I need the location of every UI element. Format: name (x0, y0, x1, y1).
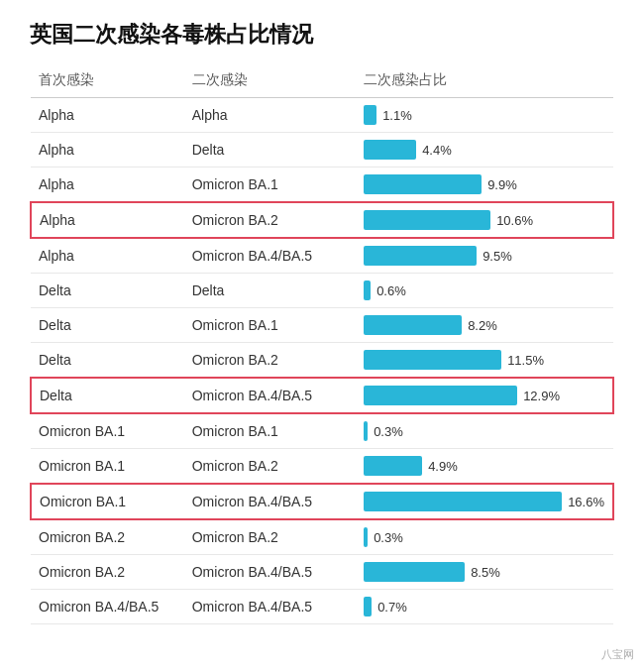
ratio-label: 9.5% (483, 249, 512, 264)
ratio-bar (364, 210, 490, 230)
infection-ratio: 9.9% (356, 168, 613, 203)
second-infection: Omicron BA.1 (184, 413, 356, 449)
ratio-label: 1.1% (382, 108, 412, 123)
infection-ratio: 4.9% (356, 449, 613, 485)
ratio-bar (364, 350, 501, 370)
page-title: 英国二次感染各毒株占比情况 (30, 20, 614, 50)
infection-ratio: 0.6% (356, 274, 613, 308)
second-infection: Omicron BA.4/BA.5 (184, 484, 356, 519)
table-row: AlphaAlpha1.1% (31, 98, 613, 133)
ratio-bar (364, 527, 368, 547)
infection-ratio: 0.3% (356, 519, 613, 555)
table-row: DeltaOmicron BA.211.5% (31, 343, 613, 379)
table-header: 首次感染 二次感染 二次感染占比 (31, 65, 613, 98)
ratio-label: 4.4% (422, 143, 452, 158)
first-infection: Alpha (31, 98, 184, 133)
first-infection: Alpha (31, 202, 184, 238)
infection-ratio: 0.3% (356, 413, 613, 449)
table-row: Omicron BA.1Omicron BA.10.3% (31, 413, 613, 449)
infection-ratio: 10.6% (356, 202, 613, 238)
table-row: AlphaDelta4.4% (31, 133, 613, 168)
data-table: 首次感染 二次感染 二次感染占比 AlphaAlpha1.1%AlphaDelt… (30, 65, 614, 624)
ratio-bar (364, 280, 371, 300)
ratio-bar (364, 492, 562, 511)
first-infection: Omicron BA.1 (31, 413, 184, 449)
watermark: 八宝网 (601, 647, 634, 662)
table-row: Omicron BA.2Omicron BA.20.3% (31, 519, 613, 555)
ratio-label: 12.9% (523, 389, 560, 403)
ratio-label: 0.7% (377, 600, 407, 615)
infection-ratio: 9.5% (356, 238, 613, 274)
first-infection: Alpha (31, 168, 184, 203)
col-header-second: 二次感染 (184, 65, 356, 98)
second-infection: Omicron BA.2 (184, 343, 356, 379)
first-infection: Omicron BA.4/BA.5 (31, 590, 184, 624)
infection-ratio: 16.6% (356, 484, 613, 519)
ratio-label: 8.5% (471, 565, 500, 580)
ratio-label: 0.3% (374, 530, 403, 545)
first-infection: Delta (31, 308, 184, 343)
ratio-bar (364, 246, 477, 266)
ratio-label: 0.3% (374, 424, 403, 439)
second-infection: Omicron BA.4/BA.5 (184, 555, 356, 590)
ratio-bar (364, 315, 462, 335)
second-infection: Delta (184, 133, 356, 168)
second-infection: Omicron BA.1 (184, 308, 356, 343)
ratio-bar (364, 140, 416, 160)
col-header-first: 首次感染 (31, 65, 184, 98)
first-infection: Alpha (31, 238, 184, 274)
ratio-bar (364, 597, 372, 616)
ratio-bar (364, 386, 517, 405)
infection-ratio: 1.1% (356, 98, 613, 133)
second-infection: Omicron BA.2 (184, 202, 356, 238)
table-row: AlphaOmicron BA.19.9% (31, 168, 613, 203)
col-header-third: 二次感染占比 (356, 65, 613, 98)
ratio-label: 0.6% (376, 283, 406, 298)
first-infection: Delta (31, 343, 184, 379)
infection-ratio: 8.5% (356, 555, 613, 590)
first-infection: Omicron BA.2 (31, 519, 184, 555)
first-infection: Alpha (31, 133, 184, 168)
table-row: AlphaOmicron BA.210.6% (31, 202, 613, 238)
table-row: Omicron BA.4/BA.5Omicron BA.4/BA.50.7% (31, 590, 613, 624)
table-row: Omicron BA.1Omicron BA.4/BA.516.6% (31, 484, 613, 519)
second-infection: Omicron BA.2 (184, 519, 356, 555)
second-infection: Omicron BA.2 (184, 449, 356, 485)
infection-ratio: 4.4% (356, 133, 613, 168)
first-infection: Omicron BA.2 (31, 555, 184, 590)
infection-ratio: 0.7% (356, 590, 613, 624)
table-row: DeltaDelta0.6% (31, 274, 613, 308)
ratio-bar (364, 174, 482, 194)
second-infection: Omicron BA.4/BA.5 (184, 378, 356, 413)
table-row: Omicron BA.1Omicron BA.24.9% (31, 449, 613, 485)
second-infection: Omicron BA.1 (184, 168, 356, 203)
ratio-label: 16.6% (568, 495, 604, 509)
second-infection: Delta (184, 274, 356, 308)
infection-ratio: 12.9% (356, 378, 613, 413)
table-row: DeltaOmicron BA.4/BA.512.9% (31, 378, 613, 413)
table-row: DeltaOmicron BA.18.2% (31, 308, 613, 343)
second-infection: Omicron BA.4/BA.5 (184, 590, 356, 624)
table-row: Omicron BA.2Omicron BA.4/BA.58.5% (31, 555, 613, 590)
infection-ratio: 11.5% (356, 343, 613, 379)
first-infection: Delta (31, 378, 184, 413)
ratio-label: 4.9% (428, 459, 458, 474)
ratio-bar (364, 421, 368, 441)
ratio-label: 11.5% (507, 353, 544, 368)
infection-ratio: 8.2% (356, 308, 613, 343)
first-infection: Delta (31, 274, 184, 308)
first-infection: Omicron BA.1 (31, 484, 184, 519)
table-row: AlphaOmicron BA.4/BA.59.5% (31, 238, 613, 274)
first-infection: Omicron BA.1 (31, 449, 184, 485)
ratio-label: 10.6% (496, 213, 533, 228)
ratio-bar (364, 456, 422, 476)
ratio-bar (364, 105, 376, 125)
second-infection: Omicron BA.4/BA.5 (184, 238, 356, 274)
ratio-bar (364, 562, 465, 582)
ratio-label: 9.9% (487, 177, 517, 192)
second-infection: Alpha (184, 98, 356, 133)
ratio-label: 8.2% (468, 318, 497, 333)
